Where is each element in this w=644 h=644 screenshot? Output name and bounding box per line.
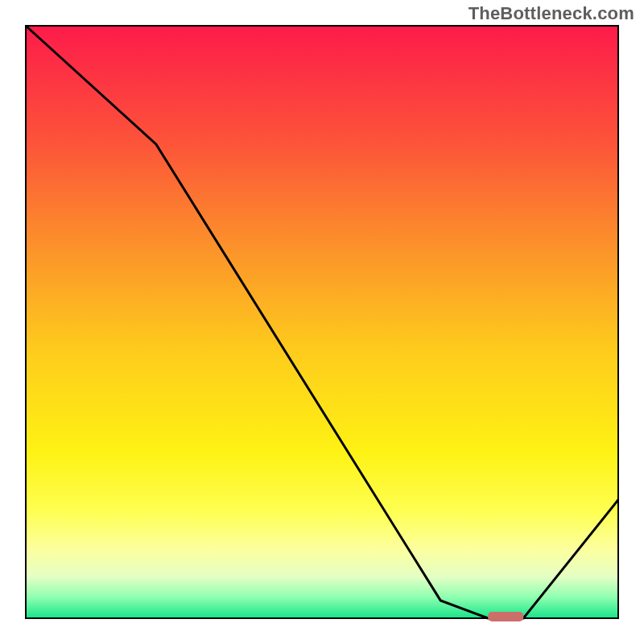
optimal-range-marker: [488, 612, 523, 621]
chart-container: TheBottleneck.com: [0, 0, 644, 644]
plot-background: [26, 26, 618, 618]
watermark-text: TheBottleneck.com: [469, 3, 634, 24]
bottleneck-chart: [0, 0, 644, 644]
